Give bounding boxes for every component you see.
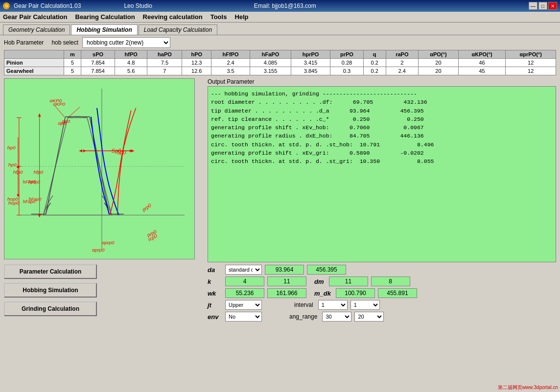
- k-val1[interactable]: [225, 277, 264, 286]
- menu-gear-pair[interactable]: Gear Pair Calculation: [3, 13, 68, 21]
- watermark: 第二届网页www.3dportal.cn: [498, 384, 558, 391]
- menu-bar: Gear Pair Calculation Bearing Calculatio…: [0, 12, 560, 23]
- svg-text:αKP0: αKP0: [50, 98, 62, 103]
- mdk-label: m_dk: [314, 290, 331, 297]
- wk-label: wk: [208, 290, 222, 297]
- ang-range-select1[interactable]: 1020304050: [322, 312, 351, 322]
- close-button[interactable]: ✕: [548, 2, 557, 10]
- studio-name: Leo Studio: [124, 2, 152, 9]
- wk-val2[interactable]: [267, 288, 306, 298]
- email: Email: bjjob1@163.com: [254, 2, 316, 9]
- hobbing-sim-button[interactable]: Hobbing Simulation: [4, 283, 97, 298]
- col-hapo: haPO: [147, 50, 182, 59]
- col-hfapo: hFaPO: [250, 50, 291, 59]
- env-label: env: [208, 313, 222, 321]
- hob-select-dropdown[interactable]: hobbing cutter 2(new) hobbing cutter 1 h…: [82, 37, 170, 48]
- mdk-val2[interactable]: [378, 288, 417, 298]
- table-row-pinion: Pinion 5 7.854 4.8 7.5 12.3 2.4 4.085 3.…: [4, 59, 556, 67]
- col-prpo: prPO: [330, 50, 364, 59]
- col-hfpo: hfPO: [115, 50, 147, 59]
- col-rapo: raPO: [386, 50, 418, 59]
- ang-range-select2[interactable]: 1020304050: [354, 312, 384, 322]
- env-select[interactable]: No Yes: [225, 312, 262, 322]
- param-calc-button[interactable]: Parameter Calculation: [4, 264, 97, 279]
- left-panel: hfp0 hFFp0 hFap0 hp0 hop0 Sp0: [4, 78, 200, 322]
- hob-param-bar: Hob Parameter hob select hobbing cutter …: [0, 35, 560, 50]
- diagram-area: hfp0 hFFp0 hFap0 hp0 hop0 Sp0: [4, 78, 195, 259]
- svg-text:αprp0: αprp0: [92, 247, 105, 253]
- tab-geometry[interactable]: Geometry Calculation: [3, 24, 70, 35]
- col-hpo: hPO: [182, 50, 211, 59]
- tab-load[interactable]: Load Capacity Calculation: [139, 24, 217, 35]
- param-table: m sPO hfPO haPO hPO hFfPO hFaPO hprPO pr…: [4, 50, 556, 75]
- hob-select-label: hob select: [51, 39, 78, 46]
- menu-bearing[interactable]: Bearing Calculation: [75, 13, 135, 21]
- minimize-button[interactable]: —: [529, 2, 537, 10]
- output-section-label: Output Parameter: [208, 78, 556, 85]
- menu-reeving[interactable]: Reeving calculation: [143, 13, 203, 21]
- row-pinion-name: Pinion: [4, 59, 64, 67]
- svg-text:αprp0: αprp0: [102, 240, 115, 245]
- svg-text:hFfp0: hFfp0: [29, 180, 40, 184]
- col-m: m: [64, 50, 81, 59]
- tab-hobbing[interactable]: Hobbing Simulation: [71, 24, 137, 35]
- svg-text:hp0: hp0: [7, 145, 16, 150]
- interval-select1[interactable]: 12345: [318, 300, 348, 310]
- dm-val1[interactable]: [329, 277, 368, 286]
- jt-label: jt: [208, 301, 222, 309]
- col-name: [4, 50, 64, 59]
- app-name: Gear Pair Calculation1.03: [14, 2, 81, 9]
- hob-param-label: Hob Parameter: [4, 39, 44, 46]
- right-panel: Output Parameter --- hobbing simulation,…: [208, 78, 556, 322]
- da-val1[interactable]: [265, 265, 304, 275]
- col-aprpo: αprPO(°): [506, 50, 556, 59]
- col-hffpo: hFfPO: [211, 50, 250, 59]
- col-spo: sPO: [81, 50, 115, 59]
- da-select[interactable]: standard cn custom: [225, 265, 262, 275]
- output-text-area[interactable]: --- hobbing simulation, grinding -------…: [208, 86, 556, 262]
- svg-text:hp0: hp0: [8, 162, 17, 167]
- app-icon: ⚙: [3, 2, 10, 9]
- col-hprpo: hprPO: [291, 50, 330, 59]
- col-q: q: [363, 50, 386, 59]
- button-row: Parameter Calculation Hobbing Simulation…: [4, 264, 200, 316]
- grinding-calc-button[interactable]: Grinding Calculation: [4, 301, 97, 316]
- mdk-val1[interactable]: [336, 288, 375, 298]
- da-val2[interactable]: [307, 265, 346, 275]
- hob-diagram-svg: hfp0 hFFp0 hFap0 hp0 hop0 Sp0: [4, 79, 194, 259]
- menu-tools[interactable]: Tools: [210, 13, 227, 21]
- dm-label: dm: [314, 278, 324, 285]
- interval-select2[interactable]: 12345: [350, 300, 380, 310]
- k-val2[interactable]: [267, 277, 306, 286]
- dm-val2[interactable]: [371, 277, 410, 286]
- row-gearwheel-name: Gearwheel: [4, 67, 64, 75]
- wk-val1[interactable]: [225, 288, 264, 298]
- k-label: k: [208, 278, 222, 285]
- svg-text:Sp0: Sp0: [112, 148, 121, 154]
- interval-label: interval: [294, 301, 313, 308]
- menu-help[interactable]: Help: [234, 13, 248, 21]
- jt-select[interactable]: Upper Lower Both: [225, 300, 262, 310]
- tab-bar: Geometry Calculation Hobbing Simulation …: [0, 23, 560, 35]
- da-label: da: [208, 266, 222, 274]
- title-bar: ⚙ Gear Pair Calculation1.03 Leo Studio E…: [0, 0, 560, 12]
- svg-text:hfp0: hfp0: [34, 169, 44, 175]
- table-row-gearwheel: Gearwheel 5 7.854 5.6 7 12.6 3.5 3.155 3…: [4, 67, 556, 75]
- col-akpo: αKPO(°): [458, 50, 506, 59]
- col-apo: αPO(°): [419, 50, 459, 59]
- svg-text:hop0: hop0: [8, 200, 20, 206]
- svg-rect-0: [4, 79, 194, 259]
- maximize-button[interactable]: □: [538, 2, 547, 10]
- ang-range-label: ang_range: [289, 313, 317, 320]
